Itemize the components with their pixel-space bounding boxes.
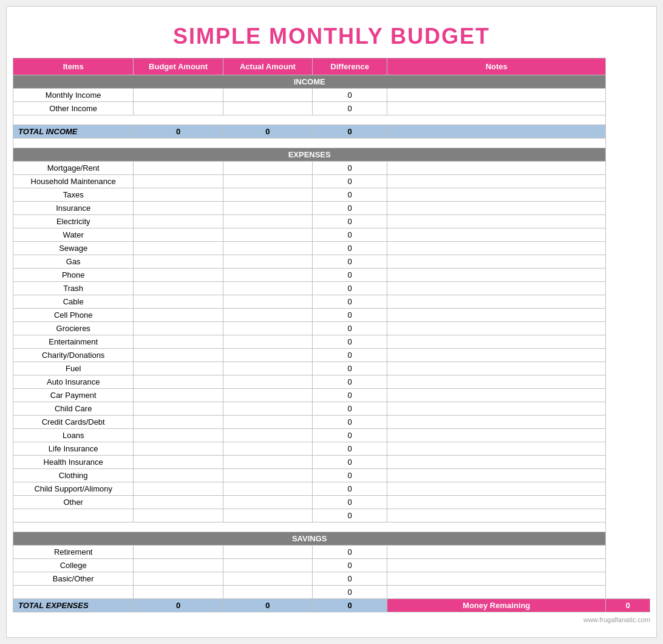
watermark: www.frugalfanatic.com [13, 612, 650, 623]
page-title: SIMPLE MONTHLY BUDGET [13, 13, 650, 58]
budget-table: Items Budget Amount Actual Amount Differ… [13, 58, 650, 612]
header-difference: Difference [313, 58, 387, 75]
budget-page: SIMPLE MONTHLY BUDGET Items Budget Amoun… [6, 6, 657, 638]
header-notes: Notes [387, 58, 606, 75]
header-items: Items [13, 58, 134, 75]
header-budget: Budget Amount [134, 58, 223, 75]
header-actual: Actual Amount [223, 58, 312, 75]
